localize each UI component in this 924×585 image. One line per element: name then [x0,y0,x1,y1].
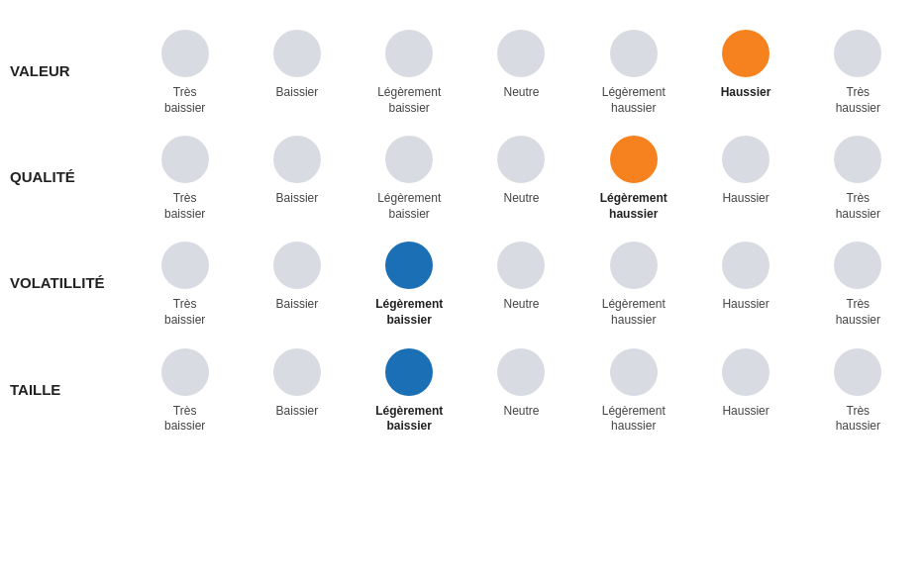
cell-label-volatilite-0: Trèsbaissier [164,297,205,328]
cell-label-qualite-3: Neutre [503,191,539,207]
circle-qualite-5 [722,136,770,183]
cell-valeur-5: Haussier [689,20,801,122]
main-grid: VALEURTrèsbaissierBaissierLégèrementbais… [10,20,914,440]
circle-taille-3 [497,348,545,396]
cell-valeur-4: Légèrementhaussier [577,20,689,122]
cell-volatilite-0: Trèsbaissier [129,232,241,334]
circle-valeur-1 [273,30,321,77]
circle-qualite-2 [385,136,433,183]
cell-label-qualite-0: Trèsbaissier [164,191,205,222]
cell-qualite-4: Légèrementhaussier [577,126,689,228]
cell-label-volatilite-2: Légèrementbaissier [375,297,443,328]
circle-volatilite-5 [722,242,770,289]
cell-label-valeur-6: Trèshaussier [836,85,880,116]
circle-volatilite-2 [385,242,433,289]
circle-qualite-0 [161,136,209,183]
cell-volatilite-5: Haussier [689,232,801,334]
cell-label-valeur-1: Baissier [276,85,319,101]
circle-valeur-0 [161,30,209,77]
circle-qualite-3 [497,136,545,183]
cell-taille-2: Légèrementbaissier [354,339,465,440]
cell-label-valeur-5: Haussier [721,85,771,101]
cell-label-taille-0: Trèsbaissier [164,404,205,435]
cell-label-taille-3: Neutre [503,404,539,420]
cell-valeur-1: Baissier [241,20,353,122]
circle-taille-2 [385,348,433,396]
circle-qualite-4 [610,136,658,183]
cell-taille-6: Trèshaussier [802,339,914,440]
circle-taille-4 [610,348,658,396]
row-label-valeur: VALEUR [10,52,129,89]
cell-taille-4: Légèrementhaussier [577,339,689,440]
cell-label-qualite-4: Légèrementhaussier [600,191,667,222]
cell-qualite-6: Trèshaussier [802,126,914,228]
cell-label-volatilite-6: Trèshaussier [836,297,880,328]
cell-volatilite-1: Baissier [241,232,353,334]
cell-label-taille-2: Légèrementbaissier [375,404,443,435]
circle-volatilite-6 [834,242,881,289]
row-label-volatilite: VOLATILLITÉ [10,264,129,301]
cell-label-volatilite-5: Haussier [722,297,769,313]
circle-valeur-4 [610,30,658,77]
cell-volatilite-3: Neutre [465,232,577,334]
cell-valeur-3: Neutre [465,20,577,122]
cell-volatilite-2: Légèrementbaissier [354,232,465,334]
cell-valeur-2: Légèrementbaissier [354,20,465,122]
cell-qualite-1: Baissier [241,126,353,228]
circle-valeur-2 [385,30,433,77]
circle-qualite-6 [834,136,881,183]
circle-valeur-3 [497,30,545,77]
cell-label-qualite-1: Baissier [276,191,319,207]
circle-valeur-5 [722,30,770,77]
cell-label-valeur-4: Légèrementhaussier [602,85,666,116]
cell-taille-5: Haussier [689,339,801,440]
cell-volatilite-6: Trèshaussier [802,232,914,334]
cell-taille-1: Baissier [241,339,353,440]
circle-taille-6 [834,348,881,396]
circle-qualite-1 [273,136,321,183]
cell-label-valeur-3: Neutre [503,85,539,101]
cell-label-valeur-2: Légèrementbaissier [377,85,441,116]
row-label-qualite: QUALITÉ [10,158,129,195]
cell-label-taille-4: Légèrementhaussier [602,404,666,435]
circle-volatilite-1 [273,242,321,289]
row-label-taille: TAILLE [10,371,129,408]
cell-valeur-0: Trèsbaissier [129,20,241,122]
cell-qualite-0: Trèsbaissier [129,126,241,228]
cell-label-volatilite-1: Baissier [276,297,319,313]
cell-taille-3: Neutre [465,339,577,440]
circle-taille-0 [161,348,209,396]
cell-qualite-2: Légèrementbaissier [354,126,465,228]
circle-valeur-6 [834,30,881,77]
cell-label-volatilite-4: Légèrementhaussier [602,297,666,328]
cell-label-taille-1: Baissier [276,404,319,420]
cell-label-valeur-0: Trèsbaissier [164,85,205,116]
cell-volatilite-4: Légèrementhaussier [577,232,689,334]
circle-taille-1 [273,348,321,396]
cell-qualite-5: Haussier [689,126,801,228]
cell-label-qualite-6: Trèshaussier [836,191,880,222]
circle-volatilite-4 [610,242,658,289]
cell-taille-0: Trèsbaissier [129,339,241,440]
cell-label-taille-5: Haussier [722,404,769,420]
cell-label-taille-6: Trèshaussier [836,404,880,435]
circle-taille-5 [722,348,770,396]
circle-volatilite-3 [497,242,545,289]
circle-volatilite-0 [161,242,209,289]
cell-valeur-6: Trèshaussier [802,20,914,122]
cell-label-qualite-5: Haussier [722,191,769,207]
cell-qualite-3: Neutre [465,126,577,228]
cell-label-volatilite-3: Neutre [503,297,539,313]
cell-label-qualite-2: Légèrementbaissier [377,191,441,222]
